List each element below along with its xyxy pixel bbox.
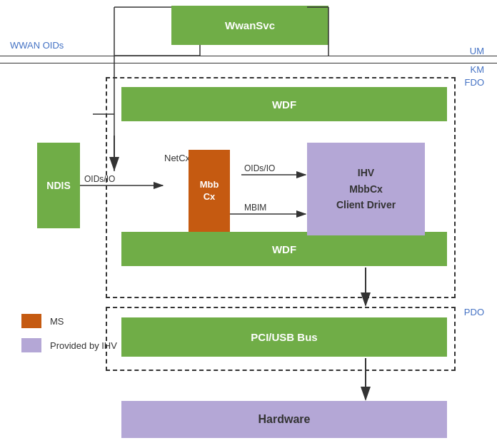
box-ihv: IHVMbbCxClient Driver (307, 143, 425, 235)
architecture-diagram: UM KM WWAN OIDs WwanSvc FDO WDF WDF NetC… (0, 0, 497, 448)
label-wwan-oids: WWAN OIDs (10, 40, 64, 51)
legend: MS Provided by IHV (21, 314, 117, 362)
legend-ihv-label: Provided by IHV (50, 340, 117, 351)
legend-ms: MS (21, 314, 117, 328)
label-pdo: PDO (464, 307, 484, 317)
label-fdo: FDO (465, 77, 484, 88)
legend-ms-label: MS (50, 316, 64, 327)
box-hardware: Hardware (121, 401, 447, 438)
legend-ihv: Provided by IHV (21, 338, 117, 352)
box-pcibus: PCI/USB Bus (121, 317, 447, 357)
box-wwansvc: WwanSvc (171, 6, 328, 45)
um-line (0, 56, 497, 56)
legend-ihv-color (21, 338, 41, 352)
km-line (0, 63, 497, 63)
box-wdf-top: WDF (121, 87, 447, 121)
box-ndis: NDIS (37, 143, 80, 228)
box-mbbcx: MbbCx (189, 150, 230, 232)
label-km: KM (471, 64, 485, 75)
label-um: UM (470, 46, 484, 56)
box-wdf-bottom: WDF (121, 232, 447, 266)
legend-ms-color (21, 314, 41, 328)
label-netcx: NetCx (164, 153, 190, 163)
